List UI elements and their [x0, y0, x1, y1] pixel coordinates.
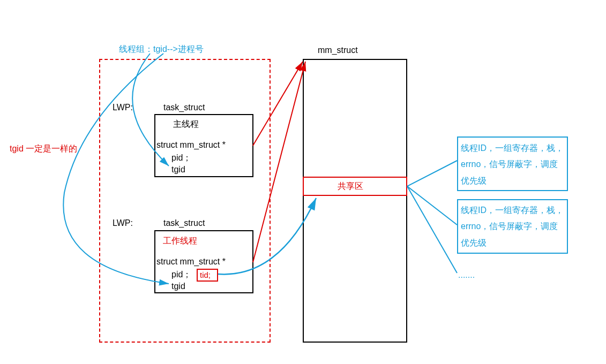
mm-struct-ptr-1: struct mm_struct * — [156, 140, 226, 150]
mm-struct-box — [303, 59, 407, 343]
pid-label-2: pid； — [171, 269, 191, 280]
tid-label: tid; — [200, 270, 211, 279]
shared-area-label: 共享区 — [338, 181, 363, 192]
thread-attr-text-1: 线程ID，一组寄存器，栈，errno，信号屏蔽字，调度优先级 — [461, 140, 565, 189]
tgid-label-2: tgid — [171, 282, 185, 291]
tgid-label-1: tgid — [171, 165, 185, 175]
ellipsis-label: ....... — [458, 270, 475, 280]
pid-label-1: pid； — [171, 153, 191, 164]
mm-struct-ptr-2: struct mm_struct * — [156, 257, 226, 267]
lwp-label-2: LWP: — [113, 218, 133, 228]
work-thread-label: 工作线程 — [163, 236, 197, 247]
line-shared-to-attr2 — [407, 186, 457, 225]
task-struct-label-1: task_struct — [163, 103, 205, 112]
thread-group-label: 线程组：tgid-->进程号 — [119, 44, 204, 55]
thread-group-container — [99, 59, 271, 343]
mm-struct-title: mm_struct — [318, 46, 358, 55]
lwp-label-1: LWP: — [113, 103, 133, 112]
task-struct-label-2: task_struct — [163, 218, 205, 228]
line-shared-to-ellipsis — [407, 186, 457, 273]
line-shared-to-attr1 — [407, 161, 457, 186]
main-thread-label: 主线程 — [173, 119, 199, 130]
thread-attr-text-2: 线程ID，一组寄存器，栈，errno，信号屏蔽字，调度优先级 — [461, 202, 565, 251]
tgid-same-label: tgid 一定是一样的 — [10, 143, 77, 155]
